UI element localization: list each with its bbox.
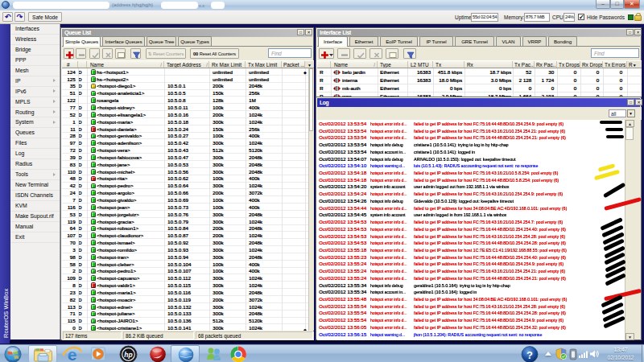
svg-text:hp: hp xyxy=(124,351,132,359)
svg-text:?: ? xyxy=(526,349,533,361)
